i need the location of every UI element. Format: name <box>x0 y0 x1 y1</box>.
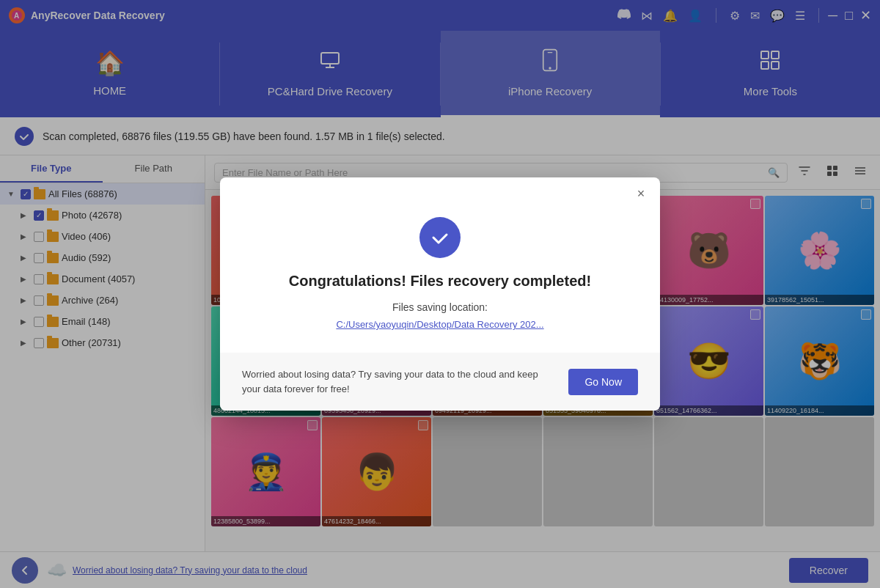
modal-close-button[interactable]: × <box>632 185 650 202</box>
modal-header: × <box>220 177 660 210</box>
modal-subtitle: Files saving location: <box>249 301 631 313</box>
modal-overlay: × Congratulations! Files recovery comple… <box>0 0 880 588</box>
success-modal: × Congratulations! Files recovery comple… <box>220 177 660 411</box>
modal-success-icon <box>419 217 461 258</box>
modal-path-link[interactable]: C:/Users/yaoyuqin/Desktop/Data Recovery … <box>336 319 543 330</box>
modal-body: Congratulations! Files recovery complete… <box>220 210 660 353</box>
modal-promo: Worried about losing data? Try saving yo… <box>220 353 660 411</box>
modal-promo-text: Worried about losing data? Try saving yo… <box>242 367 554 396</box>
modal-title: Congratulations! Files recovery complete… <box>249 273 631 290</box>
modal-go-button[interactable]: Go Now <box>568 369 638 395</box>
